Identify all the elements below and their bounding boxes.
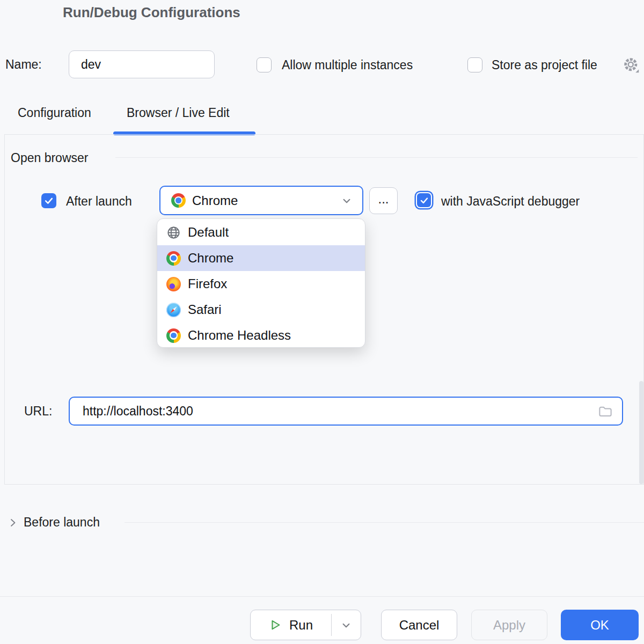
tab-browser-live-edit[interactable]: Browser / Live Edit (127, 106, 230, 120)
store-as-project-file-label: Store as project file (492, 58, 597, 72)
browser-select-value: Chrome (192, 193, 238, 208)
dropdown-item-chrome-headless[interactable]: Chrome Headless (157, 323, 365, 348)
dropdown-item-label: Chrome Headless (188, 328, 291, 343)
dropdown-item-firefox[interactable]: Firefox (157, 271, 365, 297)
ok-button[interactable]: OK (561, 610, 639, 640)
ok-button-label: OK (590, 618, 609, 633)
dropdown-item-label: Firefox (188, 276, 227, 291)
url-input[interactable]: http://localhost:3400 (69, 397, 623, 426)
run-dropdown-chevron-icon[interactable] (339, 618, 353, 632)
name-input[interactable]: dev (69, 50, 215, 78)
run-debug-configurations-dialog: Run/Debug Configurations Name: dev Allow… (0, 0, 644, 644)
page-title: Run/Debug Configurations (63, 4, 240, 21)
panel-scrollbar[interactable] (639, 381, 643, 484)
chrome-icon (166, 328, 181, 343)
tab-configuration[interactable]: Configuration (18, 106, 91, 120)
chrome-icon (166, 251, 181, 266)
chevron-down-icon (340, 194, 354, 208)
firefox-icon (166, 277, 181, 291)
apply-button-label: Apply (493, 618, 525, 633)
browser-select[interactable]: Chrome (159, 186, 363, 215)
before-launch-separator (125, 522, 644, 523)
url-label: URL: (24, 404, 52, 419)
apply-button: Apply (471, 610, 547, 640)
with-js-debugger-checkbox[interactable] (417, 193, 431, 207)
after-launch-checkbox[interactable] (41, 193, 56, 208)
dropdown-item-label: Default (188, 225, 229, 240)
safari-icon (166, 303, 181, 317)
footer-divider (0, 596, 644, 597)
folder-icon[interactable] (597, 403, 613, 419)
with-js-debugger-label: with JavaScript debugger (441, 194, 580, 209)
dropdown-item-default[interactable]: Default (157, 219, 365, 245)
check-icon (43, 195, 54, 206)
dropdown-item-safari[interactable]: Safari (157, 297, 365, 323)
open-browser-section-label: Open browser (11, 151, 88, 165)
more-button-label: ... (378, 192, 389, 207)
url-input-value: http://localhost:3400 (83, 404, 193, 419)
dropdown-item-label: Safari (188, 302, 222, 317)
check-icon (419, 195, 429, 206)
open-browser-separator (115, 157, 638, 158)
chevron-right-icon[interactable] (6, 516, 19, 529)
cancel-button-label: Cancel (399, 618, 440, 633)
browser-dropdown-popup: Default Chrome Firefox Safari Chrome Hea… (157, 218, 365, 348)
browse-more-button[interactable]: ... (369, 187, 398, 214)
store-as-project-file-checkbox[interactable] (467, 57, 482, 72)
chrome-icon (171, 193, 186, 208)
run-split-button[interactable]: Run (250, 610, 361, 640)
dropdown-item-label: Chrome (188, 251, 233, 266)
allow-multiple-instances-label: Allow multiple instances (282, 58, 413, 72)
globe-icon (166, 225, 181, 240)
cancel-button[interactable]: Cancel (381, 610, 457, 640)
run-button-label: Run (289, 618, 313, 633)
gear-icon[interactable] (621, 55, 641, 75)
dropdown-item-chrome[interactable]: Chrome (157, 245, 365, 271)
run-play-icon (268, 618, 282, 632)
allow-multiple-instances-checkbox[interactable] (257, 57, 272, 72)
run-split-divider (331, 614, 332, 636)
after-launch-label: After launch (66, 194, 132, 209)
name-input-value: dev (81, 57, 101, 72)
name-label: Name: (5, 57, 42, 72)
before-launch-section-label[interactable]: Before launch (24, 515, 100, 530)
